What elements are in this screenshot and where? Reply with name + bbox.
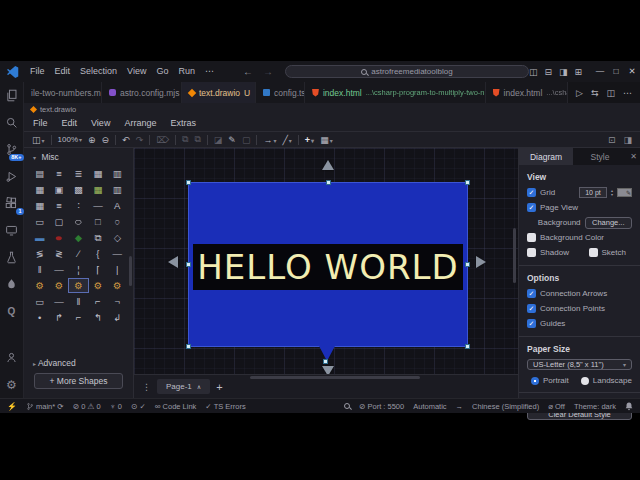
arrow-status-icon[interactable]: → (456, 402, 464, 411)
palette-section-misc[interactable]: ▾ Misc (24, 148, 133, 164)
palette-shape[interactable]: ◇ (108, 231, 127, 244)
customize-layout-icon[interactable]: ⊞ (574, 67, 582, 77)
fullscreen-icon[interactable]: ⊡ (608, 135, 616, 145)
palette-shape[interactable]: ▣ (49, 183, 68, 196)
palette-shape[interactable]: | (108, 263, 127, 276)
drawio-canvas[interactable]: HELLO WORLD (134, 148, 518, 374)
command-center-search[interactable]: astrofreemediatoolblog (285, 65, 529, 78)
palette-shape[interactable]: ⌈ (88, 263, 107, 276)
canvas-horizontal-scrollbar[interactable] (250, 376, 420, 379)
nav-back-icon[interactable]: ← (243, 66, 253, 77)
direction-arrow-up-icon[interactable] (322, 160, 334, 170)
palette-shape[interactable]: ▩ (69, 183, 88, 196)
palette-shape[interactable]: ‖ (30, 263, 49, 276)
palette-shape[interactable]: A (108, 199, 127, 212)
palette-shape[interactable]: — (108, 247, 127, 260)
toggle-panel-icon[interactable]: ⊟ (544, 67, 552, 77)
resize-handle[interactable] (186, 180, 191, 185)
add-page-button[interactable]: + (216, 381, 222, 393)
palette-shape[interactable]: ≣ (69, 167, 88, 180)
tab-astro-config[interactable]: astro.config.mjs M (102, 82, 182, 103)
drawio-menu-view[interactable]: View (84, 118, 117, 128)
palette-shape[interactable]: ● (45, 231, 74, 244)
palette-shape[interactable]: ↰ (88, 311, 107, 324)
drawio-menu-edit[interactable]: Edit (55, 118, 85, 128)
background-color-checkbox[interactable] (527, 233, 536, 242)
direction-arrow-left-icon[interactable] (168, 256, 178, 268)
canvas-vertical-scrollbar[interactable] (513, 228, 516, 283)
palette-shape[interactable]: ▭ (30, 295, 49, 308)
palette-shape[interactable]: ≡ (49, 167, 68, 180)
activity-source-control[interactable]: 8K+ (0, 136, 24, 163)
palette-shape[interactable]: ⚙ (30, 279, 49, 292)
guides-checkbox[interactable]: ✓ (527, 319, 536, 328)
zoom-in-icon[interactable]: ⊕ (88, 135, 96, 145)
paper-size-select[interactable]: US-Letter (8,5" x 11") ▾ (527, 359, 632, 370)
palette-shape[interactable]: ↱ (49, 311, 68, 324)
palette-shape[interactable]: ∶ (69, 199, 88, 212)
direction-arrow-down-icon[interactable] (322, 366, 334, 374)
connection-points-checkbox[interactable]: ✓ (527, 304, 536, 313)
palette-shape[interactable]: ▦ (88, 167, 107, 180)
palette-shape[interactable]: ▭ (30, 215, 49, 228)
connection-arrows-checkbox[interactable]: ✓ (527, 289, 536, 298)
palette-shape[interactable]: — (49, 263, 68, 276)
palette-shape[interactable]: ○ (64, 215, 93, 228)
insert-dropdown[interactable]: +▾ (305, 135, 314, 145)
zoom-level-dropdown[interactable]: 100%▾ (58, 135, 82, 144)
palette-shape[interactable]: ⚙ (49, 279, 68, 292)
tab-config-ts[interactable]: config.ts (256, 82, 305, 103)
pages-menu-icon[interactable]: ⋮ (142, 382, 151, 392)
resize-handle[interactable] (326, 180, 331, 185)
menu-go[interactable]: Go (151, 61, 173, 82)
port-status[interactable]: ⊘ Port : 5500 (359, 402, 404, 411)
palette-scrollbar[interactable] (129, 256, 132, 286)
menu-selection[interactable]: Selection (75, 61, 122, 82)
palette-shape[interactable]: ▦ (30, 183, 49, 196)
sketch-checkbox[interactable] (589, 248, 598, 257)
delete-icon[interactable]: ⌦ (156, 135, 169, 145)
palette-shape[interactable]: ▦ (30, 199, 49, 212)
palette-shape[interactable]: • (30, 311, 49, 324)
palette-shape[interactable]: ‖ (69, 295, 88, 308)
language-status[interactable]: Chinese (Simplified) (472, 402, 539, 411)
palette-shape[interactable]: — (88, 199, 107, 212)
tab-mdx[interactable]: ile-two-numbers.mdx (24, 82, 102, 103)
palette-shape[interactable]: ▥ (108, 167, 127, 180)
activity-q-extension[interactable]: Q (0, 298, 24, 325)
auto-attach-status[interactable]: Automatic (413, 402, 446, 411)
palette-shape[interactable]: ⧉ (88, 231, 107, 244)
zoom-status-icon[interactable] (344, 403, 350, 409)
palette-shape[interactable]: ≶ (30, 247, 49, 260)
menu-view[interactable]: View (122, 61, 151, 82)
grid-size-input[interactable]: 10 pt (579, 187, 607, 198)
redo-icon[interactable]: ↷ (136, 135, 144, 145)
split-editor-icon[interactable]: ◫ (607, 88, 616, 98)
close-button[interactable]: ✕ (624, 61, 640, 82)
activity-settings[interactable]: ⚙ (0, 371, 24, 398)
breadcrumb[interactable]: text.drawio (24, 103, 640, 115)
activity-testing[interactable] (0, 244, 24, 271)
code-link-status[interactable]: ∞ Code Link (155, 402, 196, 411)
zoom-out-icon[interactable]: ⊖ (102, 135, 110, 145)
grid-checkbox[interactable]: ✓ (527, 188, 536, 197)
palette-shape[interactable]: ▤ (30, 167, 49, 180)
drawio-menu-extras[interactable]: Extras (163, 118, 203, 128)
toggle-secondary-sidebar-icon[interactable]: ◨ (559, 67, 568, 77)
ports-status[interactable]: ♆ 0 (110, 402, 122, 411)
activity-explorer[interactable] (0, 82, 24, 109)
more-actions-icon[interactable]: ⋯ (623, 88, 632, 98)
grid-color-swatch[interactable]: ✎ (617, 188, 632, 197)
view-mode-button[interactable]: ◫▾ (32, 135, 45, 145)
compare-changes-icon[interactable]: ⇆ (591, 88, 599, 98)
palette-shape[interactable]: ↲ (108, 311, 127, 324)
resize-handle[interactable] (186, 344, 191, 349)
palette-shape[interactable]: ⚙ (69, 279, 88, 292)
resize-handle[interactable] (465, 180, 470, 185)
remote-indicator[interactable]: ⚡ (7, 402, 17, 411)
palette-shape[interactable]: ▥ (108, 183, 127, 196)
palette-shape[interactable]: ≷ (49, 247, 68, 260)
connection-style-dropdown[interactable]: →▾ (263, 135, 276, 145)
undo-icon[interactable]: ↶ (122, 135, 130, 145)
fill-color-icon[interactable]: ◪ (214, 135, 223, 145)
